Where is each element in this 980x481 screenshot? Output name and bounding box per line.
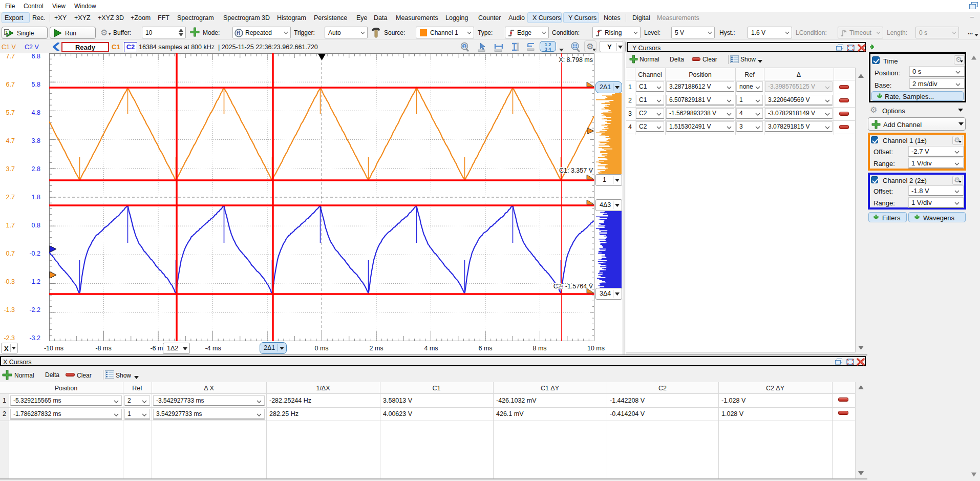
svg-text:X: 8.798 ms: X: 8.798 ms (559, 56, 593, 64)
svg-text:1: 1 (5, 30, 8, 35)
svg-text:1: 1 (463, 44, 466, 49)
svg-text:C1: 3.357 V: C1: 3.357 V (559, 167, 593, 174)
